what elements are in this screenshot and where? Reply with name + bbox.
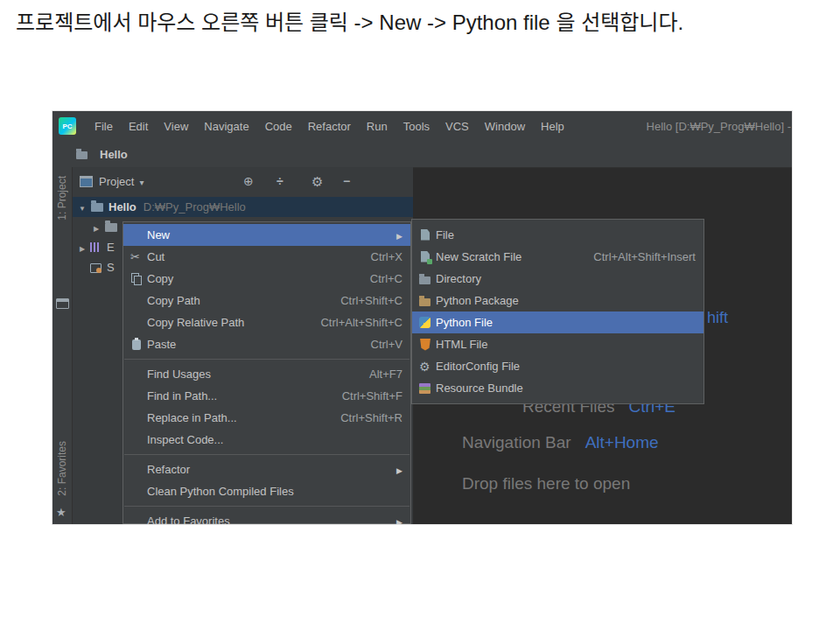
project-view-icon [80, 176, 93, 187]
folder-icon [105, 223, 117, 232]
slide-caption: 프로젝트에서 마우스 오른쪽 버튼 클릭 -> New -> Python fi… [16, 9, 833, 37]
window-title: Hello [D:₩Py_Prog₩Hello] - [647, 120, 792, 133]
breadcrumb[interactable]: Hello [100, 148, 128, 161]
submenu-item-resource-bundle[interactable]: Resource Bundle [412, 377, 704, 399]
collapse-all-icon[interactable] [276, 175, 284, 187]
menubar-item-file[interactable]: File [87, 120, 121, 133]
menu-item-inspect-code[interactable]: Inspect Code... [123, 429, 410, 451]
html-file-icon [418, 338, 432, 352]
title-bar: PC File Edit View Navigate Code Refactor… [52, 111, 792, 142]
file-icon [418, 228, 432, 242]
submenu-item-file[interactable]: File [412, 224, 704, 246]
menubar-item-view[interactable]: View [156, 120, 196, 133]
menubar-item-vcs[interactable]: VCS [438, 120, 477, 133]
left-tool-stripe: 1: Project 2: Favorites ★ [52, 167, 73, 524]
menubar-item-help[interactable]: Help [533, 120, 572, 133]
submenu-arrow-icon [396, 514, 402, 524]
settings-gear-icon[interactable] [312, 175, 323, 188]
copy-icon [130, 272, 144, 286]
chevron-down-icon[interactable] [139, 175, 144, 187]
menu-separator [124, 359, 410, 360]
favorites-star-icon[interactable]: ★ [56, 506, 66, 519]
scratch-file-icon [418, 250, 432, 264]
menu-item-add-to-favorites[interactable]: Add to Favorites [123, 510, 410, 524]
scratches-icon [89, 262, 102, 273]
tree-row-root[interactable]: Hello D:₩Py_Prog₩Hello [72, 197, 413, 217]
collapse-arrow-icon[interactable] [91, 220, 102, 234]
submenu-arrow-icon [396, 463, 402, 476]
submenu-item-python-file[interactable]: Python File [412, 312, 704, 333]
project-panel-title[interactable]: Project [99, 175, 134, 188]
python-file-icon [418, 316, 432, 330]
menu-item-clean-python-compiled-files[interactable]: Clean Python Compiled Files [123, 480, 410, 502]
submenu-item-directory[interactable]: Directory [412, 268, 704, 290]
project-panel-header: Project [72, 167, 413, 195]
menu-item-paste[interactable]: Paste Ctrl+V [123, 333, 410, 355]
tab-project-toolwindow[interactable]: 1: Project [56, 176, 68, 220]
locate-file-icon[interactable] [243, 175, 254, 187]
menu-item-find-usages[interactable]: Find Usages Alt+F7 [123, 363, 410, 385]
menu-separator [124, 454, 410, 455]
menu-item-replace-in-path[interactable]: Replace in Path... Ctrl+Shift+R [123, 407, 410, 429]
menubar-item-tools[interactable]: Tools [396, 120, 438, 133]
menubar-item-edit[interactable]: Edit [121, 120, 156, 133]
menubar-item-navigate[interactable]: Navigate [196, 120, 256, 133]
menu-item-copy-relative-path[interactable]: Copy Relative Path Ctrl+Alt+Shift+C [123, 312, 410, 333]
submenu-arrow-icon [396, 228, 402, 242]
menubar-item-refactor[interactable]: Refactor [300, 120, 359, 133]
hint-shortcut: Alt+Home [585, 433, 659, 452]
library-icon [89, 242, 102, 253]
submenu-item-editorconfig-file[interactable]: EditorConfig File [412, 355, 704, 377]
slide: 프로젝트에서 마우스 오른쪽 버튼 클릭 -> New -> Python fi… [0, 0, 840, 630]
menu-separator [124, 506, 410, 507]
context-menu: New Cut Ctrl+X Copy Ctrl+C Copy Path Ctr… [122, 221, 411, 524]
pycharm-logo-icon: PC [59, 117, 76, 135]
menu-item-refactor[interactable]: Refactor [123, 458, 410, 480]
paste-icon [130, 338, 144, 352]
submenu-item-new-scratch-file[interactable]: New Scratch File Ctrl+Alt+Shift+Insert [412, 246, 704, 268]
menu-item-new[interactable]: New [123, 224, 410, 246]
python-package-icon [418, 294, 432, 308]
menubar-item-window[interactable]: Window [477, 120, 533, 133]
collapse-arrow-icon[interactable] [77, 241, 88, 254]
scissors-icon [130, 250, 144, 264]
menu-item-copy-path[interactable]: Copy Path Ctrl+Shift+C [123, 290, 410, 312]
menu-item-find-in-path[interactable]: Find in Path... Ctrl+Shift+F [123, 385, 410, 407]
hint-navigation-bar: Navigation BarAlt+Home [462, 433, 659, 452]
hint-drop-files: Drop files here to open [462, 474, 630, 494]
folder-icon [91, 203, 103, 212]
project-toolwindow-icon[interactable] [56, 298, 69, 309]
hint-double-shift-fragment: hift [707, 309, 728, 327]
menu-item-copy[interactable]: Copy Ctrl+C [123, 268, 410, 290]
resource-bundle-icon [418, 382, 432, 396]
menubar-item-code[interactable]: Code [257, 120, 300, 133]
submenu-item-html-file[interactable]: HTML File [412, 333, 704, 355]
hide-panel-icon[interactable] [343, 175, 350, 187]
expand-arrow-icon[interactable] [77, 200, 88, 214]
menu-item-cut[interactable]: Cut Ctrl+X [123, 246, 410, 268]
submenu-item-python-package[interactable]: Python Package [412, 290, 704, 312]
navigation-bar: Hello [52, 141, 792, 168]
tab-favorites-toolwindow[interactable]: 2: Favorites [56, 441, 68, 496]
directory-icon [418, 272, 432, 286]
new-submenu: File New Scratch File Ctrl+Alt+Shift+Ins… [411, 219, 704, 404]
pycharm-window: PC File Edit View Navigate Code Refactor… [52, 111, 792, 524]
folder-icon [75, 147, 89, 161]
editorconfig-gear-icon [418, 360, 432, 374]
menubar-item-run[interactable]: Run [359, 120, 396, 133]
